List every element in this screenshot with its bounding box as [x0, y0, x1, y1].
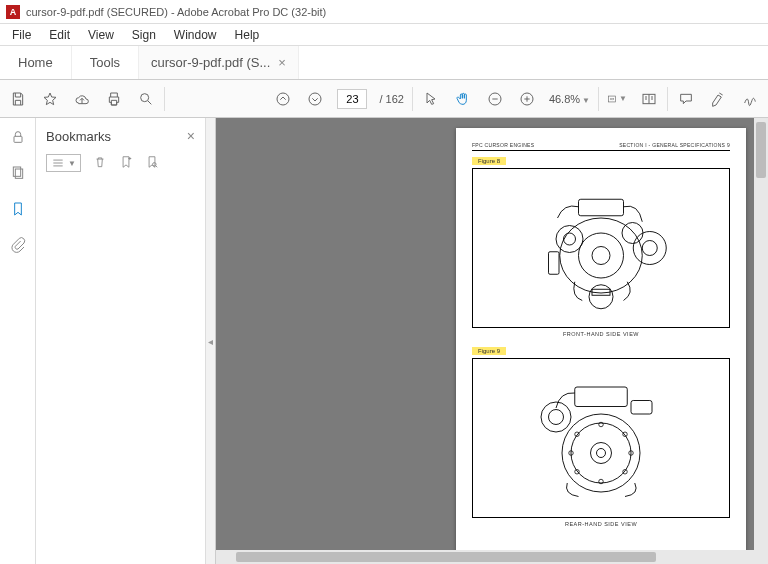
find-bookmark-icon[interactable] — [145, 155, 159, 172]
attachment-icon[interactable] — [9, 236, 27, 254]
select-arrow-icon[interactable] — [421, 89, 441, 109]
svg-point-26 — [597, 449, 606, 458]
print-icon[interactable] — [104, 89, 124, 109]
chevron-down-icon: ▼ — [582, 96, 590, 105]
menu-sign[interactable]: Sign — [124, 26, 164, 44]
titlebar: A cursor-9-pdf.pdf (SECURED) - Adobe Acr… — [0, 0, 768, 24]
svg-rect-38 — [631, 401, 652, 415]
tab-home[interactable]: Home — [0, 46, 72, 79]
horizontal-scrollbar[interactable] — [216, 550, 754, 564]
page-down-icon[interactable] — [305, 89, 325, 109]
highlight-icon[interactable] — [708, 89, 728, 109]
svg-point-18 — [642, 241, 657, 256]
svg-point-16 — [622, 223, 643, 244]
menu-edit[interactable]: Edit — [41, 26, 78, 44]
menu-file[interactable]: File — [4, 26, 39, 44]
tab-document-label: cursor-9-pdf.pdf (S... — [151, 55, 270, 70]
menu-window[interactable]: Window — [166, 26, 225, 44]
svg-point-37 — [549, 410, 564, 425]
svg-rect-35 — [575, 387, 628, 407]
fit-width-icon[interactable]: ▼ — [607, 89, 627, 109]
menubar: File Edit View Sign Window Help — [0, 24, 768, 46]
figure-8-drawing — [472, 168, 730, 328]
left-rail — [0, 118, 36, 564]
star-icon[interactable] — [40, 89, 60, 109]
page-header-right: SECTION I - GENERAL SPECIFICATIONS 9 — [619, 142, 730, 148]
page-header-left: FPC CURSOR ENGINES — [472, 142, 534, 148]
read-mode-icon[interactable] — [639, 89, 659, 109]
figure-8-label: Figure 8 — [472, 157, 506, 165]
cloud-icon[interactable] — [72, 89, 92, 109]
svg-point-30 — [623, 470, 628, 475]
svg-rect-7 — [14, 136, 22, 142]
svg-rect-19 — [579, 199, 624, 216]
new-bookmark-icon[interactable] — [119, 155, 133, 172]
close-panel-icon[interactable]: × — [187, 128, 195, 144]
vertical-scrollbar[interactable] — [754, 118, 768, 564]
figure-9-caption: REAR-HAND SIDE VIEW — [472, 521, 730, 527]
svg-point-24 — [571, 423, 631, 483]
figure-9-label: Figure 9 — [472, 347, 506, 355]
zoom-out-icon[interactable] — [485, 89, 505, 109]
bookmarks-panel: Bookmarks × ▼ — [36, 118, 206, 564]
panel-collapse-handle[interactable]: ◂ — [206, 118, 216, 564]
scrollbar-thumb[interactable] — [756, 122, 766, 178]
figure-8-caption: FRONT-HAND SIDE VIEW — [472, 331, 730, 337]
toolbar: / 162 46.8%▼ ▼ — [0, 80, 768, 118]
pdf-page: FPC CURSOR ENGINES SECTION I - GENERAL S… — [456, 128, 746, 564]
save-icon[interactable] — [8, 89, 28, 109]
tabs-bar: Home Tools cursor-9-pdf.pdf (S... × — [0, 46, 768, 80]
svg-point-1 — [277, 93, 289, 105]
sign-icon[interactable] — [740, 89, 760, 109]
bookmark-icon[interactable] — [9, 200, 27, 218]
bookmark-options-icon[interactable]: ▼ — [46, 154, 81, 172]
svg-rect-9 — [15, 169, 22, 178]
figure-9-drawing — [472, 358, 730, 518]
svg-rect-22 — [549, 252, 560, 275]
svg-point-15 — [564, 233, 576, 245]
acrobat-icon: A — [6, 5, 20, 19]
svg-point-20 — [589, 285, 613, 309]
svg-point-34 — [575, 432, 580, 437]
page-up-icon[interactable] — [273, 89, 293, 109]
close-icon[interactable]: × — [278, 55, 286, 70]
svg-point-23 — [562, 414, 640, 492]
svg-point-2 — [309, 93, 321, 105]
search-icon[interactable] — [136, 89, 156, 109]
svg-point-12 — [579, 233, 624, 278]
comment-icon[interactable] — [676, 89, 696, 109]
menu-view[interactable]: View — [80, 26, 122, 44]
svg-point-17 — [633, 232, 666, 265]
hand-tool-icon[interactable] — [453, 89, 473, 109]
tab-document[interactable]: cursor-9-pdf.pdf (S... × — [139, 46, 299, 79]
svg-rect-8 — [13, 167, 20, 176]
workspace: Bookmarks × ▼ ◂ FPC CURSOR ENGINES SECTI… — [0, 118, 768, 564]
lock-icon[interactable] — [9, 128, 27, 146]
svg-point-28 — [623, 432, 628, 437]
page-number-input[interactable] — [337, 89, 367, 109]
scrollbar-thumb[interactable] — [236, 552, 656, 562]
svg-point-25 — [591, 443, 612, 464]
zoom-level-label[interactable]: 46.8%▼ — [549, 93, 590, 105]
thumbnails-icon[interactable] — [9, 164, 27, 182]
svg-point-14 — [556, 226, 583, 253]
bookmarks-title: Bookmarks — [46, 129, 111, 144]
page-total-label: / 162 — [379, 93, 403, 105]
tab-tools[interactable]: Tools — [72, 46, 139, 79]
svg-point-32 — [575, 470, 580, 475]
document-canvas[interactable]: FPC CURSOR ENGINES SECTION I - GENERAL S… — [216, 118, 768, 564]
svg-point-13 — [592, 247, 610, 265]
svg-point-0 — [141, 93, 149, 101]
zoom-in-icon[interactable] — [517, 89, 537, 109]
window-title: cursor-9-pdf.pdf (SECURED) - Adobe Acrob… — [26, 6, 326, 18]
svg-point-11 — [560, 218, 643, 293]
trash-icon[interactable] — [93, 155, 107, 172]
menu-help[interactable]: Help — [227, 26, 268, 44]
